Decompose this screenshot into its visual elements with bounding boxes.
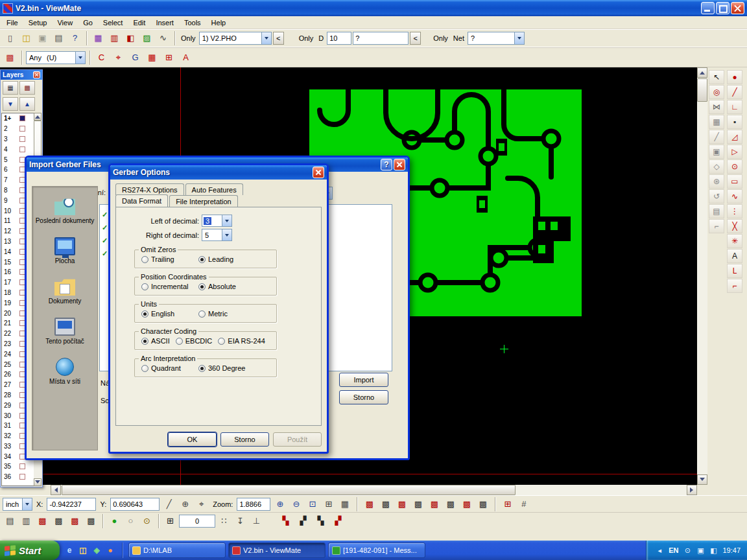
y-coordinate-field[interactable] bbox=[110, 498, 160, 511]
draw-tri-icon[interactable]: ▷ bbox=[727, 145, 742, 159]
pattern-2-icon[interactable]: ▩ bbox=[51, 514, 66, 528]
start-button[interactable]: Start bbox=[0, 541, 60, 560]
datum-icon[interactable]: ⌖ bbox=[194, 497, 209, 511]
place-my-computer[interactable]: Tento počítač bbox=[32, 318, 97, 345]
menu-view[interactable]: View bbox=[52, 18, 78, 28]
layers-icon[interactable]: ▤ bbox=[709, 204, 724, 218]
language-indicator[interactable]: EN bbox=[669, 546, 678, 554]
scroll-up-button[interactable] bbox=[697, 67, 707, 78]
grid-a-icon[interactable]: ▦ bbox=[145, 51, 160, 65]
drop-icon[interactable]: ↧ bbox=[233, 514, 248, 528]
tab-rs274-x-options[interactable]: RS274-X Options bbox=[115, 183, 184, 195]
units-combo[interactable]: inch bbox=[3, 498, 32, 511]
circle-tool-icon[interactable]: C bbox=[94, 51, 109, 65]
text-l-icon[interactable]: L bbox=[727, 264, 742, 278]
tray-lang-icon[interactable]: ⊙ bbox=[682, 545, 693, 555]
layer-row[interactable]: 2 bbox=[2, 124, 34, 134]
signal-green-icon[interactable]: ● bbox=[107, 514, 122, 528]
radio-360-degree[interactable]: 360 Degree bbox=[198, 363, 272, 373]
radio-leading[interactable]: Leading bbox=[198, 254, 272, 264]
net-combo[interactable]: ? bbox=[468, 32, 525, 45]
new-icon[interactable]: ▯ bbox=[3, 31, 18, 45]
ok-button[interactable]: OK bbox=[168, 432, 217, 447]
viewmate-tool-icon[interactable]: ▩ bbox=[3, 51, 18, 65]
import-button[interactable]: Import bbox=[339, 373, 388, 387]
draw-star-icon[interactable]: ✳ bbox=[727, 234, 742, 248]
chart-icon[interactable]: ∿ bbox=[156, 31, 171, 45]
probe-icon[interactable]: ⊙ bbox=[139, 514, 154, 528]
dot-grid-icon[interactable]: ∷ bbox=[217, 514, 231, 528]
import-cancel-button[interactable]: Storno bbox=[339, 390, 388, 404]
scroll-left-button[interactable] bbox=[51, 485, 61, 495]
tab-file-interpretation[interactable]: File Interpretation bbox=[169, 195, 238, 207]
layer-swatch[interactable] bbox=[19, 146, 25, 152]
layer-swatch[interactable] bbox=[19, 115, 25, 121]
dcode-grid-8-icon[interactable]: ▩ bbox=[475, 497, 490, 511]
tray-display-icon[interactable]: ▣ bbox=[695, 545, 706, 555]
cancel-button[interactable]: Storno bbox=[220, 432, 269, 447]
layer-swatch[interactable] bbox=[19, 463, 25, 469]
clock[interactable]: 19:47 bbox=[722, 546, 741, 554]
draw-pad-icon[interactable]: ● bbox=[727, 70, 742, 84]
g-tool-icon[interactable]: G bbox=[128, 51, 143, 65]
layer-swatch[interactable] bbox=[19, 136, 25, 142]
measure-icon[interactable]: ╱ bbox=[161, 497, 176, 511]
radio-icon[interactable] bbox=[198, 365, 206, 372]
pattern-1-icon[interactable]: ▩ bbox=[35, 514, 50, 528]
copy-icon[interactable]: ▣ bbox=[709, 145, 724, 159]
radio-icon[interactable] bbox=[141, 310, 148, 318]
menu-go[interactable]: Go bbox=[78, 18, 98, 28]
radio-english[interactable]: English bbox=[141, 309, 198, 319]
dcode-grid-2-icon[interactable]: ▩ bbox=[378, 497, 393, 511]
pattern-4-icon[interactable]: ▩ bbox=[84, 514, 99, 528]
radio-quadrant[interactable]: Quadrant bbox=[141, 363, 198, 373]
radio-icon[interactable] bbox=[141, 256, 148, 263]
undo-icon[interactable]: ↺ bbox=[709, 189, 724, 204]
pat-d-icon[interactable]: ▞ bbox=[331, 514, 346, 528]
select-cursor-icon[interactable]: ↖ bbox=[709, 70, 724, 84]
radio-icon[interactable] bbox=[141, 338, 148, 345]
draw-trace-icon[interactable]: ╱ bbox=[727, 85, 742, 99]
layer-swatch[interactable] bbox=[19, 126, 25, 132]
layer-row[interactable]: 35 bbox=[2, 461, 34, 472]
task-viewmate[interactable]: V2.bin - ViewMate bbox=[228, 542, 326, 558]
radio-trailing[interactable]: Trailing bbox=[141, 254, 198, 264]
sort-columns-icon[interactable]: ▥ bbox=[107, 31, 122, 45]
corner-icon[interactable]: ⌐ bbox=[709, 219, 724, 233]
text-a-icon[interactable]: A bbox=[727, 249, 742, 263]
menu-setup[interactable]: Setup bbox=[23, 18, 53, 28]
draw-wave-icon[interactable]: ∿ bbox=[727, 189, 742, 204]
table-icon[interactable]: ⊞ bbox=[321, 497, 336, 511]
layer-move-up-icon[interactable]: ▲ bbox=[19, 97, 35, 111]
fill-icon[interactable]: ▦ bbox=[709, 115, 724, 129]
zoom-window-icon[interactable]: ⊡ bbox=[305, 497, 320, 511]
minimize-button[interactable] bbox=[701, 2, 715, 14]
tab-data-format[interactable]: Data Format bbox=[115, 194, 168, 207]
radio-icon[interactable] bbox=[141, 283, 148, 290]
menu-file[interactable]: File bbox=[1, 18, 23, 28]
task-messenger[interactable]: [191-482-091] - Mess... bbox=[328, 542, 425, 558]
radio-icon[interactable] bbox=[198, 310, 206, 318]
restore-button[interactable] bbox=[716, 2, 729, 14]
place-documents[interactable]: Dokumenty bbox=[32, 277, 97, 305]
grid-black-icon[interactable]: ⊞ bbox=[163, 514, 178, 528]
circle-gray-icon[interactable]: ○ bbox=[123, 514, 138, 528]
print-icon[interactable]: ▤ bbox=[51, 31, 66, 45]
mirror-icon[interactable]: ⋈ bbox=[709, 100, 724, 114]
d-filter-input[interactable] bbox=[353, 32, 409, 45]
menu-edit[interactable]: Edit bbox=[128, 18, 150, 28]
radio-icon[interactable] bbox=[198, 283, 206, 290]
radio-metric[interactable]: Metric bbox=[198, 309, 272, 319]
center-tool-icon[interactable]: ⌖ bbox=[111, 51, 126, 65]
dcode-grid-4-icon[interactable]: ▩ bbox=[410, 497, 425, 511]
d-code-input[interactable] bbox=[327, 32, 351, 45]
folder-icon[interactable]: ◫ bbox=[77, 544, 89, 556]
tray-chevron-icon[interactable]: ◂ bbox=[654, 545, 665, 555]
dropdown-arrow-icon[interactable] bbox=[22, 498, 32, 510]
origin-icon[interactable]: ⊕ bbox=[178, 497, 193, 511]
draw-dots-icon[interactable]: ⋮ bbox=[727, 204, 742, 218]
menu-select[interactable]: Select bbox=[98, 18, 128, 28]
snap-icon[interactable]: ◇ bbox=[709, 159, 724, 174]
place-recent-documents[interactable]: Poslední dokumenty bbox=[32, 197, 97, 224]
layer-row[interactable]: 1+ bbox=[2, 113, 34, 124]
